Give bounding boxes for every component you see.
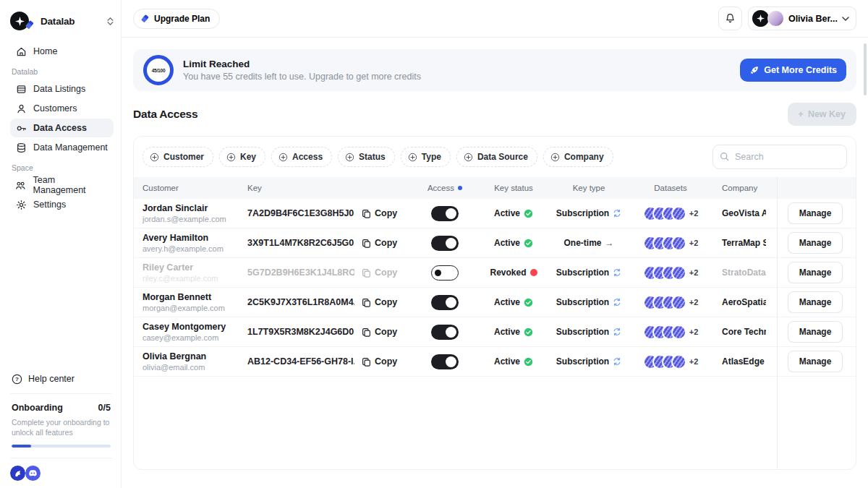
sidebar-collapse-icon[interactable] <box>107 17 114 25</box>
access-toggle[interactable] <box>431 236 459 251</box>
table-header: Customer Key Access Key status Key type … <box>134 177 856 199</box>
manage-button[interactable]: Manage <box>788 232 843 254</box>
datasets-cell: +2 <box>628 236 713 251</box>
chevron-down-icon <box>842 17 849 21</box>
social-links <box>10 458 112 481</box>
circle-plus-icon <box>550 153 560 162</box>
access-toggle[interactable] <box>431 354 459 369</box>
customer-name: Riley Carter <box>142 262 218 273</box>
key-type-label: One-time <box>563 238 601 248</box>
key-status-label: Active <box>494 327 520 337</box>
access-toggle[interactable] <box>431 325 459 340</box>
dataset-avatars <box>643 206 686 221</box>
filter-chip-label: Key <box>240 152 256 162</box>
copy-label: Copy <box>375 297 397 307</box>
sidebar-item-home[interactable]: Home <box>10 42 114 61</box>
access-toggle[interactable] <box>431 206 459 221</box>
copy-key-button[interactable]: Copy <box>362 327 397 337</box>
filter-chip-access[interactable]: Access <box>271 147 332 167</box>
key-type-label: Subscription <box>556 267 609 278</box>
company-name: AtlasEdge M <box>722 356 766 367</box>
upgrade-plan-button[interactable]: Upgrade Plan <box>133 9 220 29</box>
search-input[interactable] <box>712 145 847 169</box>
table-row: Casey Montgomery casey@example.com 1L7T9… <box>134 317 856 347</box>
customer-email: jordan.s@example.com <box>142 215 226 223</box>
sidebar-item-team-management[interactable]: Team Management <box>10 176 114 194</box>
manage-button[interactable]: Manage <box>788 351 843 372</box>
dataset-avatar <box>671 295 686 310</box>
sidebar-item-customers[interactable]: Customers <box>10 99 114 118</box>
sidebar-item-data-listings[interactable]: Data Listings <box>10 80 114 98</box>
sidebar-item-label: Data Management <box>33 142 108 153</box>
manage-button[interactable]: Manage <box>788 321 843 343</box>
help-center-link[interactable]: ? Help center <box>10 368 112 393</box>
workspace-switcher[interactable]: Datalab <box>10 12 114 30</box>
sidebar-item-data-management[interactable]: Data Management <box>10 138 114 157</box>
get-more-credits-button[interactable]: Get More Credits <box>740 59 846 82</box>
copy-label: Copy <box>375 267 397 278</box>
manage-button[interactable]: Manage <box>788 291 843 313</box>
customer-name: Casey Montgomery <box>142 322 226 332</box>
user-menu-button[interactable]: Olivia Ber... <box>748 7 856 30</box>
copy-key-button[interactable]: Copy <box>362 297 397 307</box>
datasets-cell: +2 <box>628 265 713 281</box>
dataset-avatar <box>671 265 686 281</box>
banner-title: Limit Reached <box>183 59 421 69</box>
key-type-icon <box>613 298 621 307</box>
sidebar-item-label: Home <box>33 46 57 56</box>
dataset-avatars <box>643 354 686 369</box>
key-status-icon <box>530 269 537 276</box>
sidebar-item-settings[interactable]: Settings <box>10 195 114 214</box>
key-status-label: Active <box>494 208 520 218</box>
dataset-avatars <box>643 265 686 281</box>
circle-plus-icon <box>464 153 473 162</box>
onboarding-description: Complete your onboarding to unlock all f… <box>12 417 111 438</box>
copy-key-button[interactable]: Copy <box>362 267 397 278</box>
datasets-overflow-count: +2 <box>689 209 699 218</box>
filter-chip-type[interactable]: Type <box>401 147 451 167</box>
app-window: Datalab Home Datalab Data Listings Custo… <box>0 0 868 488</box>
filter-chip-key[interactable]: Key <box>219 147 265 167</box>
key-status-icon <box>524 357 533 367</box>
svg-text:?: ? <box>15 376 19 382</box>
key-type-label: Subscription <box>556 327 609 337</box>
user-name: Olivia Ber... <box>788 14 838 24</box>
key-type-icon: → <box>605 238 614 248</box>
sidebar-item-data-access[interactable]: Data Access <box>10 119 114 137</box>
api-key-value: 5G7D2B9H6E3K1J4L8RO... <box>247 267 354 278</box>
copy-key-button[interactable]: Copy <box>362 208 397 218</box>
access-toggle[interactable] <box>431 265 459 281</box>
filter-chip-customer[interactable]: Customer <box>142 147 213 167</box>
logo-gem-icon <box>25 20 35 30</box>
manage-button[interactable]: Manage <box>788 262 843 283</box>
api-key-value: AB12-CD34-EF56-GH78-I... <box>247 356 354 367</box>
customer-email: olivia@email.com <box>142 363 206 372</box>
filter-chip-status[interactable]: Status <box>338 147 395 167</box>
table-row: Morgan Bennett morgan@example.com 2C5K9J… <box>134 288 856 317</box>
rocket-icon <box>749 66 759 75</box>
company-name: StratoData S <box>722 267 766 278</box>
customer-name: Jordan Sinclair <box>142 203 226 213</box>
scrollbar[interactable] <box>864 43 867 95</box>
new-key-button[interactable]: + New Key <box>788 103 856 126</box>
table-row: Olivia Bergnan olivia@email.com AB12-CD3… <box>134 347 856 377</box>
datasets-cell: +2 <box>628 295 713 310</box>
bird-social-icon[interactable] <box>10 466 25 481</box>
customer-email: riley.c@example.com <box>142 274 218 283</box>
api-key-value: 7A2D9B4F6C1E3G8H5J0... <box>247 208 354 218</box>
key-status-icon <box>524 328 533 337</box>
access-toggle[interactable] <box>431 295 459 310</box>
filter-chip-data-source[interactable]: Data Source <box>456 147 537 167</box>
filter-chip-company[interactable]: Company <box>543 147 613 167</box>
dataset-avatar <box>671 236 686 251</box>
help-center-label: Help center <box>28 374 75 384</box>
key-status-label: Active <box>494 238 520 248</box>
copy-icon <box>362 357 371 367</box>
discord-icon[interactable] <box>25 466 41 481</box>
notifications-button[interactable] <box>718 7 742 30</box>
onboarding-widget[interactable]: Onboarding 0/5 Complete your onboarding … <box>10 393 112 458</box>
copy-key-button[interactable]: Copy <box>362 238 397 248</box>
copy-key-button[interactable]: Copy <box>362 356 397 367</box>
manage-button[interactable]: Manage <box>788 202 843 224</box>
sidebar-item-label: Data Access <box>33 123 87 133</box>
